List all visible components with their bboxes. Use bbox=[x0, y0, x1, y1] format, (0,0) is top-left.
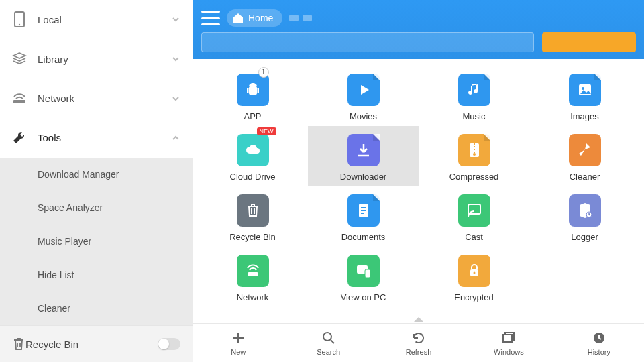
sidebar-item-local[interactable]: Local bbox=[0, 0, 193, 40]
phone-icon bbox=[12, 12, 27, 27]
windows-icon bbox=[501, 330, 516, 345]
tile-cleaner[interactable]: Cleaner bbox=[529, 126, 640, 186]
sub-hide-list[interactable]: Hide List bbox=[0, 258, 193, 292]
svg-rect-16 bbox=[248, 272, 258, 276]
sidebar-item-tools[interactable]: Tools bbox=[0, 118, 193, 158]
tile-recycle-bin[interactable]: Recycle Bin bbox=[197, 186, 308, 247]
tile-movies[interactable]: Movies bbox=[308, 66, 419, 126]
svg-rect-18 bbox=[365, 269, 370, 278]
tile-logger[interactable]: Logger bbox=[529, 186, 640, 247]
tile-cloud-drive[interactable]: Cloud DriveNEW bbox=[197, 126, 308, 186]
recycle-label: Recycle Bin bbox=[25, 339, 78, 350]
sub-download-manager[interactable]: Download Manager bbox=[0, 158, 193, 191]
sidebar-item-network[interactable]: Network bbox=[0, 79, 193, 119]
tile-label: Images bbox=[570, 111, 599, 121]
tools-sublist: Download Manager Space Analyzer Music Pl… bbox=[0, 158, 193, 325]
tile-label: Downloader bbox=[340, 172, 386, 182]
tile-view-on-pc[interactable]: View on PC bbox=[308, 247, 419, 307]
tile-label: Cast bbox=[465, 232, 483, 242]
bottom-refresh[interactable]: Refresh bbox=[374, 324, 464, 362]
net-icon bbox=[237, 255, 269, 287]
picture-icon bbox=[569, 74, 601, 106]
log-icon bbox=[569, 194, 601, 227]
trash-icon bbox=[12, 337, 25, 351]
search-icon bbox=[321, 330, 336, 345]
pc-icon bbox=[347, 255, 380, 287]
svg-point-10 bbox=[582, 87, 584, 90]
tile-images[interactable]: Images bbox=[529, 66, 640, 126]
breadcrumb-home[interactable]: Home bbox=[227, 9, 282, 27]
tile-label: Music bbox=[463, 111, 486, 121]
svg-rect-6 bbox=[247, 88, 249, 93]
sub-space-analyzer[interactable]: Space Analyzer bbox=[0, 191, 193, 225]
tile-label: APP bbox=[244, 111, 261, 121]
bottom-history[interactable]: History bbox=[554, 324, 644, 362]
svg-point-20 bbox=[473, 272, 475, 274]
search-bar[interactable] bbox=[201, 32, 534, 52]
cast-icon bbox=[458, 194, 490, 227]
bottom-new[interactable]: New bbox=[193, 324, 283, 362]
svg-point-1 bbox=[19, 24, 20, 25]
chevron-up-icon bbox=[171, 133, 180, 143]
tools-grid: APP1MoviesMusicImagesCloud DriveNEWDownl… bbox=[197, 66, 640, 307]
bottom-bar: New Search Refresh Windows History bbox=[193, 323, 644, 362]
tile-label: Cleaner bbox=[570, 172, 600, 182]
tile-label: View on PC bbox=[341, 292, 386, 302]
android-icon bbox=[237, 74, 269, 106]
collapse-arrow-icon[interactable] bbox=[414, 317, 423, 322]
new-badge: NEW bbox=[257, 127, 276, 135]
doc-icon bbox=[347, 194, 380, 227]
topbar: Home bbox=[193, 0, 644, 59]
tile-label: Cloud Drive bbox=[230, 172, 276, 182]
svg-point-12 bbox=[473, 153, 476, 156]
tile-label: Encrypted bbox=[454, 292, 494, 302]
bottom-search[interactable]: Search bbox=[283, 324, 373, 362]
menu-button[interactable] bbox=[201, 11, 220, 25]
tile-label: Compressed bbox=[449, 172, 499, 182]
refresh-icon bbox=[411, 330, 426, 345]
play-icon bbox=[347, 74, 380, 106]
sub-music-player[interactable]: Music Player bbox=[0, 225, 193, 258]
download-icon bbox=[347, 134, 380, 166]
action-button[interactable] bbox=[542, 32, 636, 52]
chevron-down-icon bbox=[171, 94, 180, 103]
router-icon bbox=[12, 91, 27, 106]
badge: 1 bbox=[258, 67, 269, 78]
breadcrumb-tail bbox=[289, 15, 312, 21]
lock-icon bbox=[458, 255, 490, 287]
tile-compressed[interactable]: Compressed bbox=[419, 126, 529, 186]
sidebar-item-label: Network bbox=[38, 93, 74, 104]
tile-encrypted[interactable]: Encrypted bbox=[419, 247, 529, 307]
stack-icon bbox=[12, 52, 27, 66]
sub-cleaner[interactable]: Cleaner bbox=[0, 292, 193, 325]
sidebar-item-label: Tools bbox=[38, 132, 61, 143]
tile-app[interactable]: APP1 bbox=[197, 66, 308, 126]
tile-cast[interactable]: Cast bbox=[419, 186, 529, 247]
sidebar-recycle-bin[interactable]: Recycle Bin bbox=[0, 325, 193, 362]
sidebar: Local Library Network Tools Download Man… bbox=[0, 0, 193, 362]
tile-label: Documents bbox=[341, 232, 386, 242]
clock-icon bbox=[592, 330, 606, 345]
wrench-icon bbox=[12, 131, 27, 145]
svg-rect-7 bbox=[257, 88, 259, 93]
tile-music[interactable]: Music bbox=[419, 66, 529, 126]
tile-downloader[interactable]: Downloader bbox=[308, 126, 419, 186]
sidebar-item-label: Library bbox=[38, 54, 68, 65]
tile-label: Logger bbox=[571, 232, 598, 242]
tile-documents[interactable]: Documents bbox=[308, 186, 419, 247]
recycle-toggle[interactable] bbox=[158, 338, 180, 350]
cloud-icon bbox=[237, 134, 269, 166]
svg-rect-2 bbox=[13, 100, 25, 103]
bottom-windows[interactable]: Windows bbox=[464, 324, 553, 362]
chevron-down-icon bbox=[171, 54, 180, 64]
trash-icon bbox=[237, 194, 269, 227]
sidebar-item-library[interactable]: Library bbox=[0, 40, 193, 79]
svg-rect-3 bbox=[249, 86, 257, 95]
svg-rect-22 bbox=[503, 335, 512, 342]
chevron-down-icon bbox=[171, 15, 180, 24]
svg-point-21 bbox=[323, 333, 331, 341]
svg-marker-8 bbox=[361, 85, 369, 95]
tile-network[interactable]: Network bbox=[197, 247, 308, 307]
tile-label: Recycle Bin bbox=[229, 232, 276, 242]
zip-icon bbox=[458, 134, 490, 166]
